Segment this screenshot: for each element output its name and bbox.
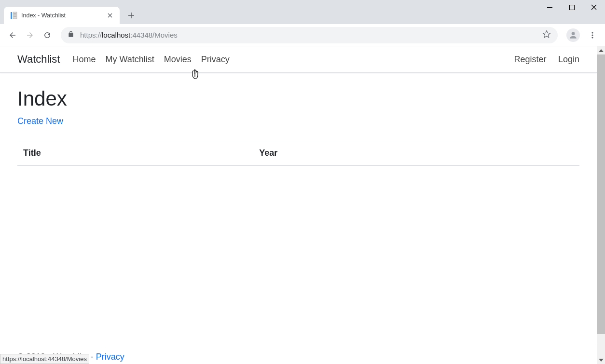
vertical-scrollbar[interactable] [597, 46, 605, 364]
window-minimize-button[interactable] [538, 0, 561, 14]
svg-point-15 [591, 34, 593, 36]
browser-tab[interactable]: Index - Watchlist [4, 7, 120, 24]
window-maximize-button[interactable] [561, 0, 583, 14]
svg-point-13 [572, 32, 575, 35]
table-header-row: Title Year [17, 141, 579, 166]
url-path: :44348/Movies [130, 31, 178, 39]
browser-titlebar: Index - Watchlist [0, 0, 605, 24]
profile-avatar-icon[interactable] [566, 28, 580, 42]
nav-link-home[interactable]: Home [72, 54, 96, 65]
create-new-link[interactable]: Create New [17, 116, 63, 126]
browser-menu-button[interactable] [584, 27, 601, 44]
svg-rect-1 [13, 12, 17, 19]
scroll-down-icon[interactable] [597, 356, 605, 364]
reload-button[interactable] [39, 27, 56, 44]
nav-link-movies[interactable]: Movies [164, 54, 192, 65]
tab-favicon-icon [10, 12, 17, 19]
nav-link-privacy[interactable]: Privacy [201, 54, 230, 65]
svg-rect-10 [569, 5, 574, 10]
page-content: Index Create New Title Year [0, 73, 597, 344]
app-navbar: Watchlist Home My Watchlist Movies Priva… [0, 46, 597, 73]
footer-privacy-link[interactable]: Privacy [96, 352, 124, 362]
url-host: localhost [102, 31, 130, 39]
forward-button[interactable] [21, 27, 39, 44]
url-prefix: https:// [80, 31, 102, 39]
nav-link-my-watchlist[interactable]: My Watchlist [105, 54, 154, 65]
lock-icon [68, 31, 74, 39]
scrollbar-thumb[interactable] [597, 54, 605, 334]
table-header-year: Year [253, 141, 579, 166]
window-close-button[interactable] [583, 0, 605, 14]
scroll-up-icon[interactable] [597, 46, 605, 54]
tab-close-icon[interactable] [106, 12, 114, 19]
svg-point-14 [591, 32, 593, 33]
new-tab-button[interactable] [124, 9, 138, 22]
url-text: https://localhost:44348/Movies [80, 31, 542, 39]
page-footer: © 2019 - Watchlist - Privacy [0, 344, 597, 364]
browser-toolbar: https://localhost:44348/Movies [0, 24, 605, 46]
nav-link-register[interactable]: Register [514, 54, 546, 64]
svg-point-16 [591, 37, 593, 38]
svg-rect-0 [11, 12, 12, 19]
scrollbar-track[interactable] [597, 334, 605, 356]
status-bar: https://localhost:44348/Movies [0, 354, 89, 364]
tab-title: Index - Watchlist [21, 12, 106, 19]
bookmark-star-icon[interactable] [542, 30, 551, 40]
address-bar[interactable]: https://localhost:44348/Movies [61, 27, 558, 43]
brand-logo[interactable]: Watchlist [17, 53, 60, 66]
nav-link-login[interactable]: Login [558, 54, 579, 64]
back-button[interactable] [4, 27, 21, 44]
page-heading: Index [17, 87, 579, 110]
movies-table: Title Year [17, 141, 579, 166]
table-header-title: Title [17, 141, 253, 166]
